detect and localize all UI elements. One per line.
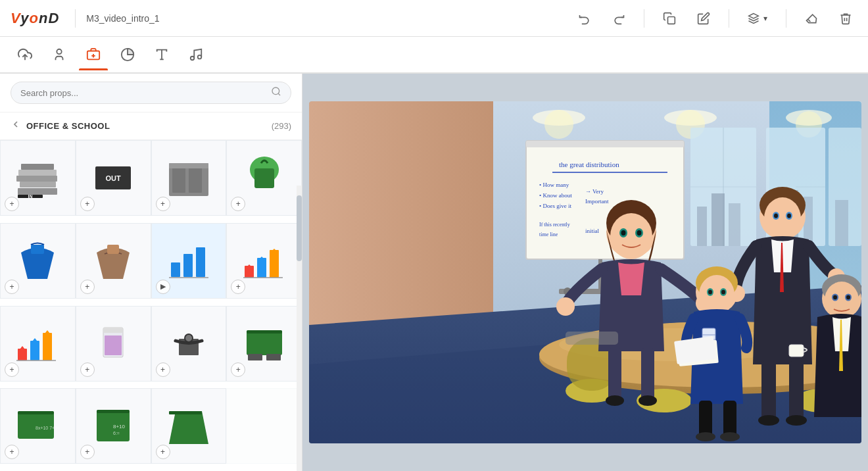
prop-item[interactable]: OUT + <box>76 140 151 216</box>
svg-rect-44 <box>30 341 39 360</box>
copy-button[interactable] <box>658 7 681 30</box>
prop-item[interactable]: + <box>226 140 302 216</box>
prop-item[interactable]: + <box>151 306 227 382</box>
svg-rect-17 <box>16 176 57 182</box>
svg-rect-55 <box>247 330 282 355</box>
svg-point-138 <box>758 415 779 426</box>
search-icon <box>271 86 281 99</box>
zoom-icon[interactable]: + <box>5 445 19 459</box>
svg-point-142 <box>699 275 735 314</box>
svg-text:8+10: 8+10 <box>113 424 126 430</box>
zoom-icon[interactable]: + <box>80 445 95 459</box>
svg-rect-51 <box>105 335 122 355</box>
chart-button[interactable] <box>113 40 142 69</box>
svg-rect-25 <box>172 166 185 193</box>
layers-label: ▾ <box>763 14 767 23</box>
svg-rect-60 <box>18 411 54 414</box>
delete-button[interactable] <box>834 7 857 30</box>
edit-button[interactable] <box>692 7 715 30</box>
prop-item[interactable]: + <box>151 140 227 216</box>
undo-button[interactable] <box>573 7 596 30</box>
character-button[interactable] <box>45 40 74 69</box>
svg-rect-83 <box>711 193 725 246</box>
back-button[interactable] <box>11 119 21 133</box>
category-header: OFFICE & SCHOOL (293) <box>0 112 302 140</box>
scrollbar[interactable] <box>297 186 302 471</box>
svg-marker-1 <box>749 13 759 18</box>
svg-text:the great distribution: the great distribution <box>559 161 619 168</box>
text-button[interactable] <box>147 40 176 69</box>
svg-point-153 <box>720 432 740 441</box>
svg-point-121 <box>556 297 575 316</box>
layers-button[interactable]: ▾ <box>742 7 773 30</box>
svg-rect-34 <box>196 247 205 277</box>
svg-rect-36 <box>245 266 254 278</box>
svg-rect-27 <box>169 163 208 168</box>
svg-rect-92 <box>526 141 684 147</box>
play-icon[interactable]: ▶ <box>156 280 170 294</box>
zoom-icon[interactable]: + <box>231 362 245 377</box>
zoom-icon[interactable]: + <box>5 197 19 211</box>
redo-button[interactable] <box>607 7 631 30</box>
svg-marker-49 <box>45 330 50 334</box>
scrollbar-thumb[interactable] <box>297 195 302 261</box>
svg-rect-30 <box>31 245 44 254</box>
prop-item[interactable] <box>226 388 302 464</box>
eraser-button[interactable] <box>800 7 823 30</box>
prop-item[interactable]: IN + <box>0 140 76 216</box>
props-button[interactable] <box>79 40 108 69</box>
prop-item[interactable]: 8+10 6:= + <box>76 388 151 464</box>
music-button[interactable] <box>181 40 210 69</box>
prop-item[interactable]: + <box>226 223 302 299</box>
prop-item[interactable]: 8x+10 7+3= + <box>0 388 76 464</box>
props-grid: IN + OUT + <box>0 140 302 471</box>
search-input[interactable] <box>20 88 266 98</box>
canvas-area[interactable]: the great distribution • How many • Know… <box>302 74 868 471</box>
svg-point-4 <box>57 49 61 54</box>
app-logo: VyonD <box>11 10 59 27</box>
svg-rect-56 <box>247 330 282 334</box>
zoom-icon[interactable]: + <box>80 362 95 377</box>
svg-point-119 <box>621 230 626 235</box>
svg-marker-48 <box>32 338 37 341</box>
svg-point-126 <box>639 395 657 406</box>
zoom-icon[interactable]: + <box>156 197 170 211</box>
svg-rect-164 <box>566 332 618 345</box>
svg-rect-88 <box>835 200 848 246</box>
svg-point-146 <box>721 290 725 295</box>
prop-item[interactable]: + <box>76 306 151 382</box>
prop-item[interactable]: + <box>0 223 76 299</box>
svg-rect-15 <box>18 188 57 195</box>
svg-text:• Know about: • Know about <box>539 192 572 199</box>
zoom-icon[interactable]: + <box>231 197 245 211</box>
prop-item[interactable]: + <box>226 306 302 382</box>
zoom-icon[interactable]: + <box>80 197 95 211</box>
svg-text:IN: IN <box>28 194 33 199</box>
zoom-icon[interactable]: + <box>5 280 19 294</box>
svg-rect-123 <box>608 348 621 401</box>
prop-item[interactable]: + <box>76 223 151 299</box>
svg-rect-82 <box>697 207 707 246</box>
zoom-icon[interactable]: + <box>231 280 245 294</box>
svg-rect-19 <box>21 164 54 170</box>
prop-item[interactable]: ▶ <box>151 223 227 299</box>
zoom-icon[interactable]: + <box>80 280 95 294</box>
zoom-icon[interactable]: + <box>156 445 170 459</box>
svg-rect-150 <box>699 401 712 437</box>
search-bar <box>0 74 302 112</box>
svg-line-14 <box>278 93 280 95</box>
prop-item[interactable]: + <box>0 306 76 382</box>
svg-point-152 <box>696 432 715 441</box>
svg-rect-59 <box>18 411 54 439</box>
svg-rect-0 <box>668 16 675 24</box>
category-title: OFFICE & SCHOOL <box>26 121 272 131</box>
project-title: M3_video_intro_1 <box>86 13 159 24</box>
prop-item[interactable]: + <box>151 388 227 464</box>
svg-marker-47 <box>20 346 25 349</box>
search-input-wrap[interactable] <box>11 82 291 104</box>
svg-point-13 <box>272 87 279 95</box>
zoom-icon[interactable]: + <box>5 362 19 377</box>
svg-point-156 <box>825 282 859 318</box>
zoom-icon[interactable]: + <box>156 362 170 377</box>
upload-button[interactable] <box>11 40 39 69</box>
